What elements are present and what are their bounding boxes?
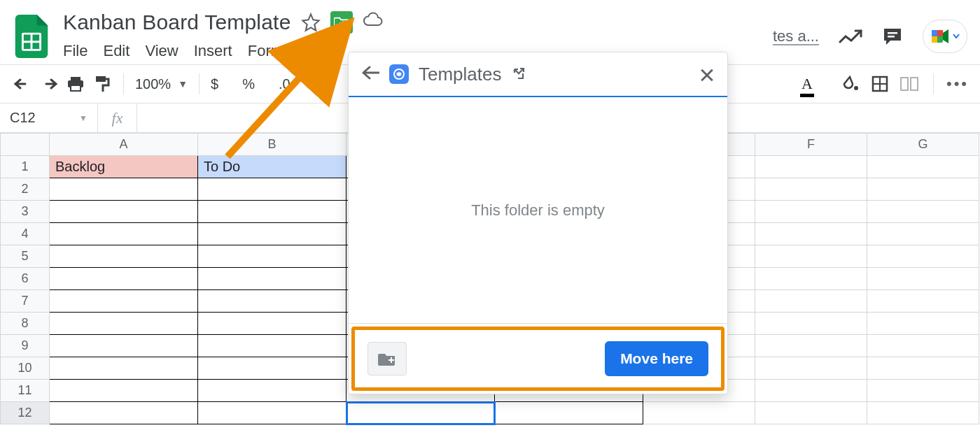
cell[interactable] (755, 357, 867, 380)
text-color-button[interactable]: A (802, 75, 813, 93)
cell[interactable] (198, 245, 346, 268)
cell-A1[interactable]: Backlog (50, 156, 198, 178)
cell[interactable] (867, 201, 979, 223)
fill-color-icon[interactable] (841, 74, 860, 94)
cell[interactable] (50, 178, 198, 201)
column-header-A[interactable]: A (50, 134, 198, 156)
cell[interactable] (755, 201, 867, 223)
print-icon[interactable] (66, 74, 85, 94)
cell[interactable] (198, 178, 346, 201)
currency-format-button[interactable]: $ (211, 76, 218, 92)
cell[interactable] (198, 201, 346, 223)
row-header[interactable]: 7 (1, 290, 50, 313)
menu-edit[interactable]: Edit (103, 42, 130, 60)
column-header-G[interactable]: G (867, 134, 979, 156)
row-header[interactable]: 12 (1, 402, 50, 424)
cell[interactable] (198, 357, 346, 380)
cell[interactable] (755, 245, 867, 268)
row-header[interactable]: 8 (1, 313, 50, 335)
cell[interactable] (198, 313, 346, 335)
borders-icon[interactable] (870, 74, 890, 94)
cell[interactable] (867, 357, 979, 380)
menu-format[interactable]: Format (248, 42, 297, 60)
more-icon[interactable]: ••• (948, 74, 967, 94)
open-external-icon[interactable] (512, 66, 527, 82)
column-header-F[interactable]: F (755, 134, 867, 156)
activity-icon[interactable] (839, 28, 862, 45)
row-header[interactable]: 11 (1, 380, 50, 402)
cell[interactable] (198, 268, 346, 290)
cell[interactable] (867, 156, 979, 178)
back-arrow-icon[interactable] (361, 65, 379, 83)
cell[interactable] (755, 290, 867, 313)
cell[interactable] (198, 402, 346, 424)
row-header[interactable]: 4 (1, 223, 50, 245)
cell[interactable] (755, 313, 867, 335)
menu-view[interactable]: View (145, 42, 178, 60)
merge-cells-icon[interactable] (899, 74, 919, 94)
comment-icon[interactable] (882, 27, 903, 46)
sheets-logo[interactable] (13, 11, 50, 62)
cell[interactable] (495, 402, 643, 424)
cloud-status-icon[interactable] (363, 12, 384, 33)
cell[interactable] (755, 268, 867, 290)
truncated-header-text[interactable]: tes a... (773, 27, 819, 45)
cell[interactable] (198, 335, 346, 357)
cell[interactable] (50, 313, 198, 335)
redo-icon[interactable] (39, 74, 59, 94)
cell[interactable] (50, 380, 198, 402)
paint-format-icon[interactable] (92, 74, 112, 94)
cell[interactable] (867, 268, 979, 290)
decrease-decimal-button[interactable]: .0 (279, 76, 290, 92)
cell[interactable] (50, 402, 198, 424)
row-header[interactable]: 1 (1, 156, 50, 178)
zoom-selector[interactable]: 100% ▼ (135, 76, 188, 92)
cell[interactable] (50, 223, 198, 245)
row-header[interactable]: 3 (1, 201, 50, 223)
select-all-corner[interactable] (1, 134, 50, 156)
column-header-B[interactable]: B (198, 134, 346, 156)
cell[interactable] (755, 178, 867, 201)
cell[interactable] (867, 380, 979, 402)
row-header[interactable]: 5 (1, 245, 50, 268)
cell[interactable] (198, 290, 346, 313)
name-box[interactable]: C12 ▼ (0, 103, 98, 132)
move-here-button[interactable]: Move here (605, 341, 708, 376)
undo-icon[interactable] (13, 74, 32, 94)
cell[interactable] (198, 380, 346, 402)
cell[interactable] (867, 313, 979, 335)
row-header[interactable]: 2 (1, 178, 50, 201)
cell[interactable] (755, 335, 867, 357)
cell[interactable] (755, 156, 867, 178)
cell[interactable] (867, 178, 979, 201)
move-folder-icon[interactable] (330, 11, 353, 34)
cell[interactable] (50, 357, 198, 380)
cell[interactable] (755, 223, 867, 245)
document-title[interactable]: Kanban Board Template (63, 10, 291, 34)
cell[interactable] (50, 290, 198, 313)
menu-file[interactable]: File (63, 42, 88, 60)
cell[interactable] (867, 402, 979, 424)
star-icon[interactable] (301, 13, 321, 32)
cell[interactable] (755, 402, 867, 424)
cell-C12-active[interactable] (346, 402, 495, 424)
cell[interactable] (867, 290, 979, 313)
menu-insert[interactable]: Insert (194, 42, 232, 60)
cell[interactable] (867, 335, 979, 357)
cell[interactable] (50, 335, 198, 357)
cell[interactable] (50, 245, 198, 268)
percent-format-button[interactable]: % (242, 76, 255, 92)
row-header[interactable]: 6 (1, 268, 50, 290)
cell[interactable] (50, 201, 198, 223)
cell[interactable] (867, 245, 979, 268)
new-folder-button[interactable] (368, 342, 407, 375)
row-header[interactable]: 10 (1, 357, 50, 380)
cell[interactable] (867, 223, 979, 245)
cell[interactable] (755, 380, 867, 402)
cell[interactable] (50, 268, 198, 290)
cell[interactable] (198, 223, 346, 245)
cell[interactable] (643, 402, 755, 424)
row-header[interactable]: 9 (1, 335, 50, 357)
meet-button[interactable] (923, 20, 967, 53)
cell-B1[interactable]: To Do (198, 156, 346, 178)
